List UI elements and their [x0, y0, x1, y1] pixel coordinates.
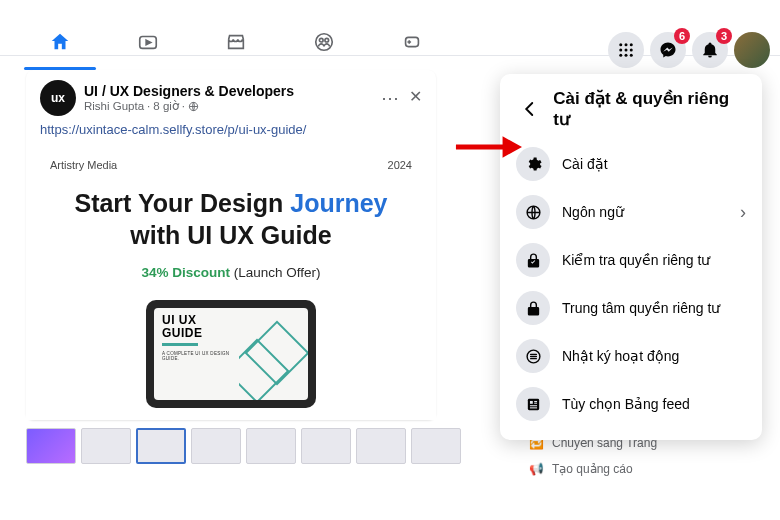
svg-rect-18 [529, 400, 532, 403]
svg-point-10 [630, 49, 633, 52]
post-title-highlight: Journey [290, 189, 387, 217]
post-link[interactable]: https://uxintace-calm.sellfy.store/p/ui-… [26, 122, 436, 145]
messenger-badge: 6 [674, 28, 690, 44]
menu-label: Ngôn ngữ [562, 204, 624, 220]
thumbnail[interactable] [356, 428, 406, 464]
post-page-name[interactable]: UI / UX Designers & Developers [84, 83, 373, 99]
megaphone-icon: 📢 [528, 461, 544, 477]
menu-item-activity-log[interactable]: Nhật ký hoạt động [508, 332, 754, 380]
post-top-actions: ⋯ ✕ [381, 87, 422, 109]
menu-label: Trung tâm quyền riêng tư [562, 300, 720, 316]
svg-point-8 [619, 49, 622, 52]
tablet-mockup: UI UX GUIDE A COMPLETE UI UX DESIGN GUID… [146, 300, 316, 408]
svg-marker-24 [503, 136, 522, 157]
chevron-right-icon: › [740, 202, 746, 223]
menu-item-privacy-check[interactable]: Kiểm tra quyền riêng tư [508, 236, 754, 284]
thumbnail[interactable] [26, 428, 76, 464]
svg-point-9 [625, 49, 628, 52]
svg-point-3 [325, 38, 329, 42]
globe-icon [525, 204, 542, 221]
thumbnail[interactable] [191, 428, 241, 464]
post-year: 2024 [388, 159, 412, 171]
popover-header: Cài đặt & quyền riêng tư [508, 84, 754, 140]
tablet-title-line2: GUIDE [162, 327, 235, 340]
post-body-topline: Artistry Media 2024 [50, 159, 412, 171]
menu-label: Cài đặt [562, 156, 608, 172]
svg-rect-22 [529, 407, 536, 408]
menu-item-language[interactable]: Ngôn ngữ › [508, 188, 754, 236]
tablet-underline [162, 343, 198, 346]
svg-point-1 [316, 33, 333, 50]
post-meta: UI / UX Designers & Developers Rishi Gup… [84, 83, 373, 113]
tablet-title-line1: UI UX [162, 314, 235, 327]
svg-point-6 [625, 43, 628, 46]
svg-rect-20 [534, 403, 537, 404]
feed-post: ux UI / UX Designers & Developers Rishi … [26, 70, 436, 420]
post-subtitle: 34% Discount (Launch Offer) [50, 265, 412, 280]
post-avatar[interactable]: ux [40, 80, 76, 116]
thumbnail[interactable] [81, 428, 131, 464]
list-icon [525, 348, 542, 365]
groups-icon [313, 31, 335, 53]
tablet-screen: UI UX GUIDE A COMPLETE UI UX DESIGN GUID… [154, 308, 308, 400]
post-title: Start Your Design Journey with UI UX Gui… [50, 187, 412, 251]
menu-item-settings[interactable]: Cài đặt [508, 140, 754, 188]
thumbnail[interactable] [411, 428, 461, 464]
annotation-arrow [454, 132, 522, 166]
gear-icon [525, 156, 542, 173]
gaming-icon [401, 31, 423, 53]
top-nav: 6 3 [0, 0, 780, 56]
settings-menu-list: Cài đặt Ngôn ngữ › Kiểm tra quyền riêng … [508, 140, 754, 428]
tablet-sub: A COMPLETE UI UX DESIGN GUIDE. [162, 351, 235, 361]
menu-label: Nhật ký hoạt động [562, 348, 679, 364]
menu-item-privacy-center[interactable]: Trung tâm quyền riêng tư [508, 284, 754, 332]
popover-title: Cài đặt & quyền riêng tư [553, 88, 746, 130]
post-header: ux UI / UX Designers & Developers Rishi … [26, 70, 436, 122]
svg-rect-19 [534, 400, 537, 401]
post-time: 8 giờ [153, 99, 179, 113]
post-discount: 34% Discount [141, 265, 230, 280]
post-close-button[interactable]: ✕ [409, 87, 422, 109]
thumbnail[interactable] [246, 428, 296, 464]
settings-popover: Cài đặt & quyền riêng tư Cài đặt Ngôn ng… [500, 74, 762, 440]
svg-rect-17 [527, 398, 538, 409]
post-more-button[interactable]: ⋯ [381, 87, 399, 109]
globe-icon [188, 101, 199, 112]
lock-check-icon [525, 252, 542, 269]
menu-item-feed-prefs[interactable]: Tùy chọn Bảng feed [508, 380, 754, 428]
red-arrow-icon [454, 132, 522, 162]
thumbnail[interactable] [301, 428, 351, 464]
svg-point-2 [319, 38, 323, 42]
svg-point-7 [630, 43, 633, 46]
svg-rect-21 [529, 405, 536, 406]
post-author[interactable]: Rishi Gupta [84, 100, 144, 112]
store-icon [225, 31, 247, 53]
menu-label: Tùy chọn Bảng feed [562, 396, 690, 412]
post-subline: Rishi Gupta · 8 giờ · [84, 99, 373, 113]
back-button[interactable] [516, 95, 543, 123]
bg-ads-row[interactable]: 📢Tạo quảng cáo [528, 461, 724, 477]
menu-label: Kiểm tra quyền riêng tư [562, 252, 710, 268]
svg-point-5 [619, 43, 622, 46]
home-icon [49, 31, 71, 53]
watch-icon [137, 31, 159, 53]
lock-icon [525, 300, 542, 317]
thumbnail[interactable] [136, 428, 186, 464]
feed-icon [525, 396, 542, 413]
post-body[interactable]: Artistry Media 2024 Start Your Design Jo… [26, 145, 436, 420]
notifications-badge: 3 [716, 28, 732, 44]
arrow-left-icon [521, 100, 539, 118]
post-brand: Artistry Media [50, 159, 117, 171]
